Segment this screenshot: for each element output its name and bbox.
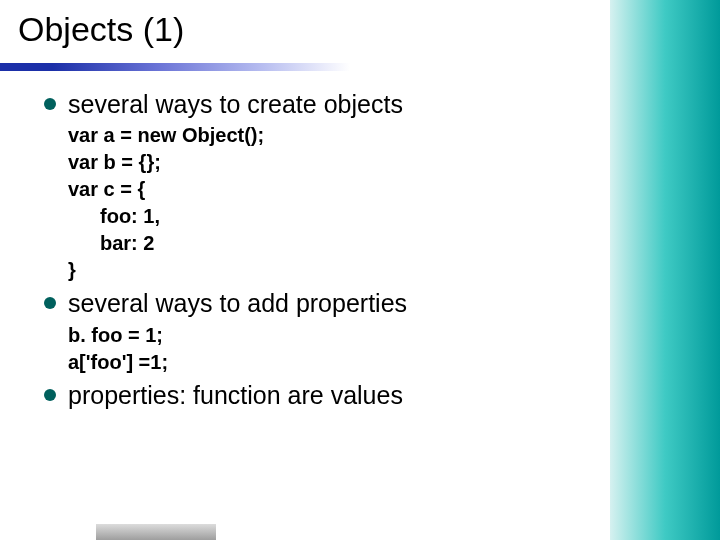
code-line: var c = {	[68, 176, 590, 203]
slide: Objects (1) several ways to create objec…	[0, 0, 720, 540]
bullet-icon	[44, 297, 56, 309]
bullet-text: properties: function are values	[68, 380, 403, 411]
code-line: bar: 2	[100, 230, 590, 257]
code-line: }	[68, 257, 590, 284]
bullet-icon	[44, 389, 56, 401]
code-line: var a = new Object();	[68, 122, 590, 149]
code-block-add: b. foo = 1; a['foo'] =1;	[68, 322, 590, 376]
slide-content: several ways to create objects var a = n…	[18, 89, 720, 411]
bullet-text: several ways to add properties	[68, 288, 407, 319]
code-block-create: var a = new Object(); var b = {}; var c …	[68, 122, 590, 284]
slide-title: Objects (1)	[18, 10, 720, 49]
code-line: var b = {};	[68, 149, 590, 176]
title-underline	[18, 55, 720, 75]
code-line: a['foo'] =1;	[68, 349, 590, 376]
bullet-text: several ways to create objects	[68, 89, 403, 120]
bullet-icon	[44, 98, 56, 110]
bullet-item: properties: function are values	[44, 380, 590, 411]
bullet-item: several ways to create objects	[44, 89, 590, 120]
code-line: b. foo = 1;	[68, 322, 590, 349]
code-line: foo: 1,	[100, 203, 590, 230]
bullet-item: several ways to add properties	[44, 288, 590, 319]
